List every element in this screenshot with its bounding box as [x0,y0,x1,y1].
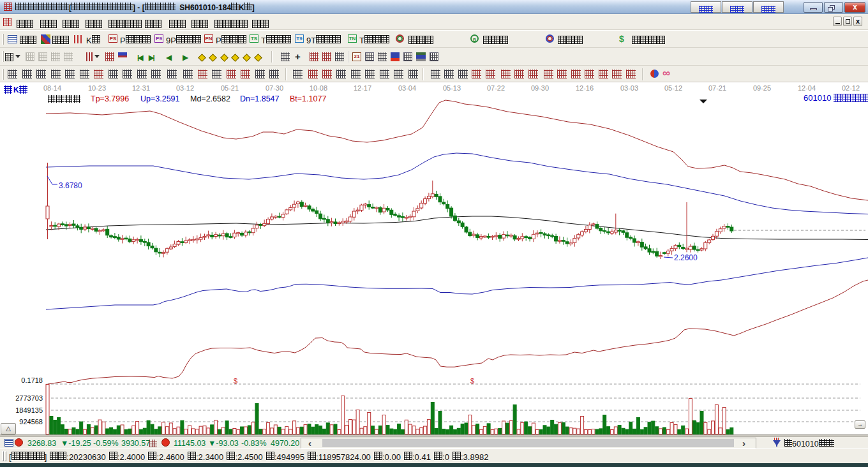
svg-text:02-12: 02-12 [842,84,860,92]
svg-text:924568: 924568 [19,418,43,426]
svg-text:2773703: 2773703 [15,394,43,402]
svg-text:09-30: 09-30 [531,84,549,92]
svg-text:12-04: 12-04 [798,84,816,92]
svg-text:2.2600: 2.2600 [674,253,698,262]
svg-text:3.6780: 3.6780 [59,181,82,190]
svg-text:05-13: 05-13 [443,84,461,92]
svg-text:1849135: 1849135 [15,406,43,414]
svg-text:$: $ [470,377,474,385]
svg-text:05-21: 05-21 [221,84,239,92]
svg-text:Up=3.2591: Up=3.2591 [140,94,180,103]
svg-text:07-21: 07-21 [708,84,726,92]
svg-text:601010: 601010 [804,93,831,103]
svg-text:09-25: 09-25 [753,84,771,92]
svg-text:03-12: 03-12 [176,84,194,92]
svg-text:03-03: 03-03 [620,84,638,92]
svg-text:12-17: 12-17 [354,84,371,92]
svg-text:Tp=3.7996: Tp=3.7996 [91,94,129,103]
svg-text:10-08: 10-08 [310,84,327,92]
svg-text:K: K [13,85,19,94]
svg-text:12-16: 12-16 [576,84,594,92]
svg-text:$: $ [234,377,237,385]
svg-text:08-14: 08-14 [43,84,61,92]
svg-text:Bt=1.1077: Bt=1.1077 [290,94,326,103]
svg-text:Md=2.6582: Md=2.6582 [190,94,230,103]
svg-text:0.1718: 0.1718 [21,376,43,384]
svg-text:03-04: 03-04 [398,84,416,92]
svg-text:07-30: 07-30 [266,84,283,92]
svg-text:07-22: 07-22 [487,84,505,92]
svg-text:05-12: 05-12 [664,84,682,92]
svg-text:10-23: 10-23 [88,84,106,92]
svg-text:12-31: 12-31 [132,84,150,92]
svg-text:Dn=1.8547: Dn=1.8547 [240,94,280,103]
